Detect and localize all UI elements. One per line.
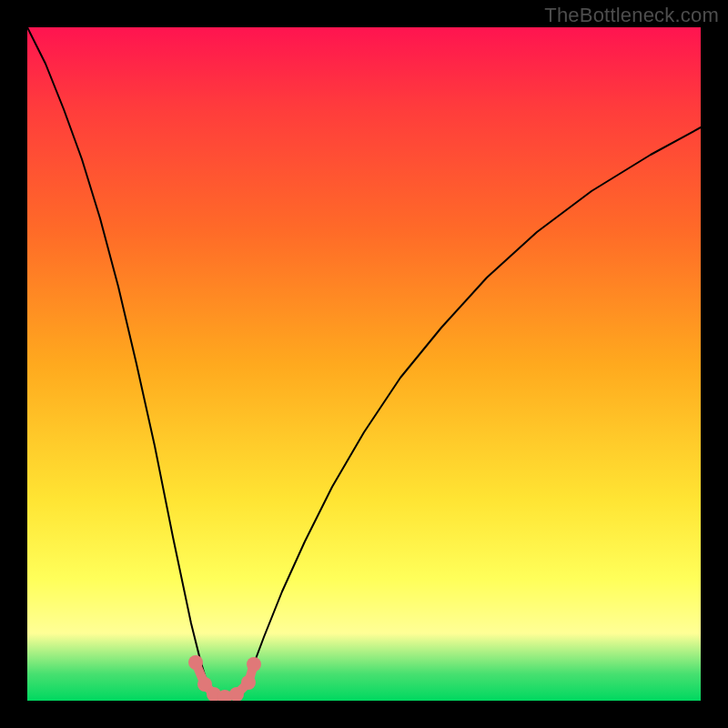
- watermark-text: TheBottleneck.com: [544, 4, 719, 27]
- series-right-curve: [242, 127, 701, 695]
- plot-area: [27, 27, 701, 701]
- marker-valley-marker: [241, 675, 256, 690]
- marker-valley-marker: [188, 655, 203, 670]
- marker-valley-marker: [247, 657, 261, 672]
- series-left-curve: [27, 27, 213, 695]
- series-container: [27, 27, 701, 701]
- chart-frame: TheBottleneck.com: [0, 0, 728, 728]
- chart-svg: [27, 27, 701, 701]
